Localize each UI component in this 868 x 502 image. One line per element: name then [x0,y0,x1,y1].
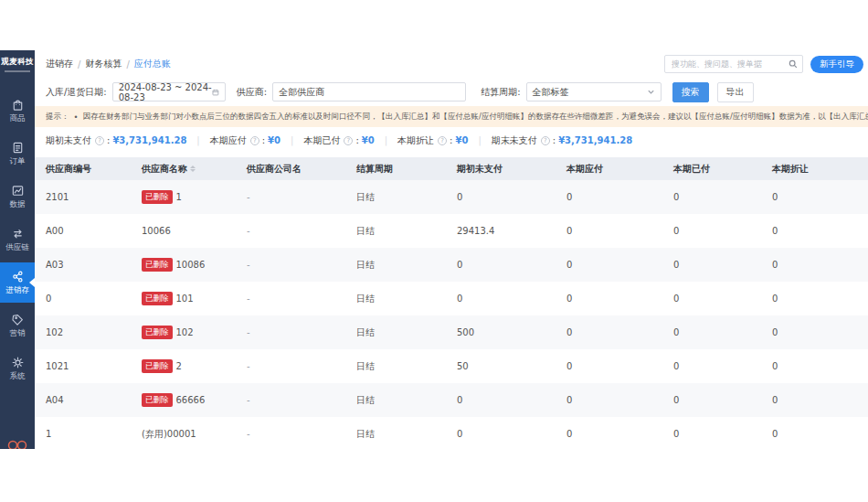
supplier-input[interactable]: 全部供应商 [272,82,466,101]
table-row: A03 已删除 10086 - 日结 0 0 0 0 [35,248,868,282]
table-row: 2101 已删除 1 - 日结 0 0 0 0 [35,180,868,214]
cell-opening-unpaid: 0 [446,192,556,202]
cell-settlement-cycle: 日结 [345,428,446,441]
bag-icon [11,98,25,112]
date-range-value: 2024-08-23 ~ 2024-08-23 [119,82,212,102]
cell-current-payable: 0 [556,395,662,405]
cell-supplier-name: 已删除 2 [131,359,236,373]
help-question-icon[interactable]: ? [541,136,550,145]
table-row: 102 已删除 102 - 日结 500 0 0 0 [35,315,868,349]
notice-bar: 提示： • 因存在财务部门与业务部门对小数点后三位的数据四舍五入的标准以及时间口… [35,106,868,127]
cell-settlement-cycle: 日结 [345,225,446,238]
cell-supplier-company: - [236,361,345,371]
cell-current-payable: 0 [556,294,662,304]
cell-settlement-cycle: 日结 [345,191,446,204]
cell-current-discount: 0 [761,361,868,371]
sort-icon[interactable] [190,166,196,173]
cell-opening-unpaid: 500 [446,327,556,337]
cell-supplier-company: - [236,294,345,304]
stat-item: 本期折让 ? : ¥0 [397,134,492,147]
beginner-guide-button[interactable]: 新手引导 [810,56,863,73]
global-search-input[interactable]: 搜功能、搜问题、搜单据 [664,55,803,73]
sidebar-item-inventory[interactable]: 进销存 [0,262,35,303]
deleted-badge: 已删除 [142,190,173,204]
cell-supplier-code: 2101 [35,192,131,202]
search-button[interactable]: 搜索 [672,82,709,102]
cell-supplier-name: 已删除 102 [131,326,236,339]
calendar-icon[interactable] [212,88,219,97]
supplier-filter-label: 供应商: [237,86,267,99]
col-settlement-cycle: 结算周期 [345,163,446,176]
search-icon[interactable] [789,59,798,69]
search-placeholder: 搜功能、搜问题、搜单据 [672,59,789,70]
cell-current-paid: 0 [662,226,761,236]
supply-icon [11,227,25,240]
filter-bar: 入库/退货日期: 2024-08-23 ~ 2024-08-23 供应商: 全部… [35,78,868,106]
help-question-icon[interactable]: ? [438,136,447,145]
stat-colon: : [262,135,265,145]
col-supplier-company: 供应商公司名 [236,163,345,176]
cell-current-payable: 0 [556,429,662,439]
breadcrumb-finance[interactable]: 财务核算 [85,58,122,70]
gear-icon [11,356,25,369]
breadcrumb-separator: / [78,59,80,69]
breadcrumb-separator: / [126,59,129,69]
stat-label: 期末未支付 [492,134,537,147]
stat-value: ¥0 [362,135,375,145]
cell-supplier-code: 1 [35,429,131,439]
table-row: 1 (弃用)00001 - 日结 0 0 0 0 [35,417,868,449]
cell-settlement-cycle: 日结 [345,360,446,373]
cell-current-payable: 0 [556,226,662,236]
stat-colon: : [553,135,556,145]
cell-opening-unpaid: 50 [446,361,556,371]
stat-value: ¥0 [455,135,468,145]
settlement-cycle-select[interactable]: 全部标签 [526,82,662,101]
sidebar-item-goods[interactable]: 商品 [0,91,35,131]
rings-icon[interactable] [6,436,28,449]
table-body: 2101 已删除 1 - 日结 0 0 0 0 [35,180,868,449]
share-icon [11,270,25,283]
cell-supplier-code: 0 [35,294,131,304]
sidebar-item-supply-chain[interactable]: 供应链 [0,219,35,260]
cell-settlement-cycle: 日结 [345,259,446,272]
stat-label: 本期折让 [397,134,434,147]
app-logo: 观麦科技 [0,50,35,72]
date-filter-label: 入库/退货日期: [46,86,107,99]
col-supplier-code: 供应商编号 [35,163,131,176]
topbar: 进销存 / 财务核算 / 应付总账 搜功能、搜问题、搜单据 新手引导 [35,50,868,78]
deleted-badge: 已删除 [142,258,173,272]
sidebar: 观麦科技 商品 订单 [0,50,35,449]
summary-stats: 期初未支付 ? : ¥3,731,941.28 本期应付 ? : ¥0 本期已付 [35,127,868,154]
cell-current-discount: 0 [761,429,868,439]
cell-current-paid: 0 [662,294,761,304]
help-question-icon[interactable]: ? [95,136,104,145]
breadcrumb-inventory[interactable]: 进销存 [46,58,73,70]
help-question-icon[interactable]: ? [250,136,259,145]
cell-supplier-company: - [236,192,345,202]
help-question-icon[interactable]: ? [344,136,353,145]
cell-supplier-company: - [236,327,345,337]
tag-icon [11,313,25,326]
sidebar-item-data[interactable]: 数据 [0,176,35,217]
export-button[interactable]: 导出 [717,82,754,102]
deleted-badge: 已删除 [142,393,173,407]
chevron-down-icon [647,88,655,96]
cell-supplier-code: A00 [35,226,131,236]
stat-label: 期初未支付 [46,134,91,147]
date-range-input[interactable]: 2024-08-23 ~ 2024-08-23 [112,82,226,101]
sidebar-item-system[interactable]: 系统 [0,348,35,389]
sidebar-item-marketing[interactable]: 营销 [0,305,35,346]
cell-opening-unpaid: 29413.4 [446,226,556,236]
col-supplier-name[interactable]: 供应商名称 [131,163,236,176]
cell-settlement-cycle: 日结 [345,394,446,407]
stat-value: ¥0 [268,135,281,145]
cell-supplier-name: 10066 [131,226,236,236]
cycle-filter-label: 结算周期: [481,86,520,99]
table-row: 1021 已删除 2 - 日结 50 0 0 0 [35,349,868,383]
sidebar-item-orders[interactable]: 订单 [0,134,35,174]
active-notch [29,278,35,287]
stat-value: ¥3,731,941.28 [558,135,632,145]
cell-current-discount: 0 [761,226,868,236]
stat-value: ¥3,731,941.28 [112,135,186,145]
col-opening-unpaid: 期初未支付 [446,163,556,176]
